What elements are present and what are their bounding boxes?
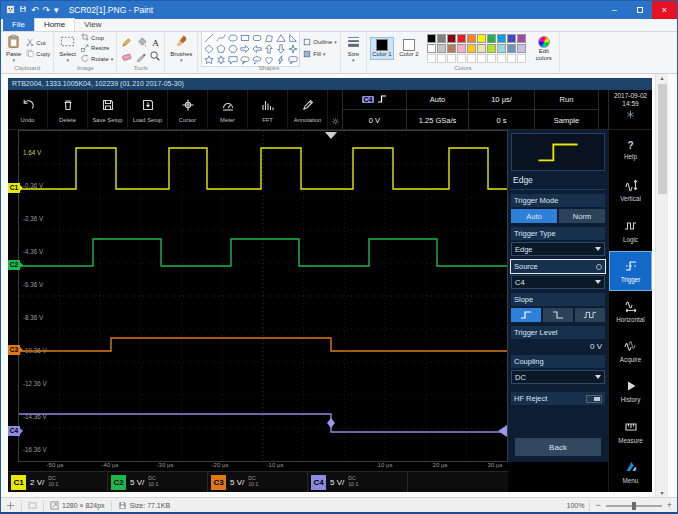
size-button[interactable]: Size ▾: [344, 34, 363, 63]
shape-icon[interactable]: [275, 33, 286, 43]
slope-both-button[interactable]: [575, 308, 605, 322]
empty-color-swatch[interactable]: [477, 54, 486, 63]
brushes-button[interactable]: Brushes ▾: [168, 34, 194, 63]
tab-home[interactable]: Home: [34, 18, 75, 31]
vertical-scrollbar[interactable]: ▴ ▾: [655, 74, 668, 497]
scope-toolbar-save-setup-button[interactable]: Save Setup: [88, 90, 128, 130]
shape-icon[interactable]: [275, 55, 286, 65]
zoom-in-button[interactable]: +: [667, 501, 672, 510]
color-swatch[interactable]: [517, 44, 526, 53]
color-swatch[interactable]: [437, 44, 446, 53]
color-swatch[interactable]: [447, 44, 456, 53]
trigger-source-cell[interactable]: C4: [343, 90, 407, 110]
channel-ground-marker-c3[interactable]: C3: [8, 345, 20, 355]
source-dropdown[interactable]: C4: [511, 275, 605, 289]
empty-color-swatch[interactable]: [437, 54, 446, 63]
shape-icon[interactable]: [203, 33, 214, 43]
paste-button[interactable]: Paste ▾: [4, 34, 23, 63]
scope-toolbar-delete-button[interactable]: Delete: [48, 90, 88, 130]
channel-block-c3[interactable]: C35 V/DC10:1: [208, 472, 308, 492]
slope-falling-button[interactable]: [543, 308, 573, 322]
color-swatch[interactable]: [427, 34, 436, 43]
color-swatch[interactable]: [497, 44, 506, 53]
scope-toolbar-undo-button[interactable]: Undo: [8, 90, 48, 130]
color-swatch[interactable]: [487, 44, 496, 53]
sidebar-item-menu[interactable]: Menu: [609, 452, 652, 492]
zoom-slider[interactable]: [606, 505, 662, 507]
hf-reject-row[interactable]: HF Reject: [511, 392, 605, 405]
qat-dropdown-icon[interactable]: ▾: [54, 6, 59, 15]
shape-icon[interactable]: [263, 33, 274, 43]
empty-color-swatch[interactable]: [517, 54, 526, 63]
outline-button[interactable]: Outline▾: [303, 38, 337, 48]
scope-toolbar-fft-button[interactable]: FFT: [248, 90, 288, 130]
color2-button[interactable]: Color 2: [397, 38, 421, 59]
channel-ground-marker-c1[interactable]: C1: [8, 183, 20, 193]
color-swatch[interactable]: [427, 44, 436, 53]
color-picker-icon[interactable]: [134, 49, 147, 62]
tab-file[interactable]: File: [3, 19, 34, 31]
empty-color-swatch[interactable]: [427, 54, 436, 63]
back-button[interactable]: Back: [515, 438, 601, 456]
color-swatch[interactable]: [457, 34, 466, 43]
shape-icon[interactable]: [203, 55, 214, 65]
trigger-level-status[interactable]: 0 V: [343, 110, 407, 130]
shape-icon[interactable]: [215, 55, 226, 65]
acquisition-mode-status[interactable]: Sample: [535, 110, 599, 130]
color-swatch[interactable]: [467, 34, 476, 43]
trigger-level-value[interactable]: 0 V: [511, 339, 605, 351]
shape-icon[interactable]: [251, 44, 262, 54]
save-icon[interactable]: [19, 5, 27, 15]
shape-icon[interactable]: [263, 44, 274, 54]
trigger-type-dropdown[interactable]: Edge: [511, 242, 605, 256]
shape-icon[interactable]: [239, 33, 250, 43]
gear-icon[interactable]: [328, 90, 342, 129]
sidebar-item-vertical[interactable]: Vertical: [609, 170, 652, 210]
acquisition-state-status[interactable]: Run: [535, 90, 599, 110]
shape-icon[interactable]: [239, 44, 250, 54]
trigger-mode-norm-button[interactable]: Norm: [559, 209, 605, 223]
color-swatch[interactable]: [497, 34, 506, 43]
scrollbar-thumb[interactable]: [658, 84, 667, 194]
rotate-button[interactable]: Rotate▾: [81, 54, 113, 64]
empty-color-swatch[interactable]: [507, 54, 516, 63]
shape-icon[interactable]: [239, 55, 250, 65]
magnifier-icon[interactable]: [148, 49, 161, 62]
sidebar-item-history[interactable]: History: [609, 371, 652, 411]
shape-icon[interactable]: [263, 55, 274, 65]
shape-icon[interactable]: [227, 44, 238, 54]
minimize-button[interactable]: –: [602, 1, 627, 19]
scope-toolbar-load-setup-button[interactable]: Load Setup: [128, 90, 168, 130]
empty-color-swatch[interactable]: [447, 54, 456, 63]
slope-rising-button[interactable]: [511, 308, 541, 322]
tab-view[interactable]: View: [75, 19, 110, 31]
color-swatch[interactable]: [477, 44, 486, 53]
shape-icon[interactable]: [215, 44, 226, 54]
shape-icon[interactable]: [287, 44, 298, 54]
close-button[interactable]: ×: [652, 1, 677, 19]
horizontal-position-status[interactable]: 0 s: [469, 110, 535, 130]
color-swatch[interactable]: [447, 34, 456, 43]
color1-button[interactable]: Color 1: [370, 37, 394, 60]
crop-button[interactable]: Crop: [81, 33, 113, 43]
select-button[interactable]: Select ▾: [57, 34, 78, 63]
coupling-dropdown[interactable]: DC: [511, 370, 605, 384]
scroll-down-icon[interactable]: ▾: [660, 489, 663, 497]
shape-icon[interactable]: [215, 33, 226, 43]
maximize-button[interactable]: [627, 1, 652, 19]
color-swatch[interactable]: [507, 34, 516, 43]
channel-block-c2[interactable]: C25 V/DC10:1: [108, 472, 208, 492]
color-swatch[interactable]: [457, 44, 466, 53]
shape-icon[interactable]: [287, 33, 298, 43]
sidebar-item-measure[interactable]: Measure: [609, 412, 652, 452]
color-swatch[interactable]: [437, 34, 446, 43]
pencil-tool-icon[interactable]: [120, 35, 133, 48]
zoom-out-button[interactable]: −: [595, 501, 600, 510]
channel-ground-marker-c4[interactable]: C4: [8, 426, 20, 436]
color-swatch[interactable]: [467, 44, 476, 53]
sidebar-item-help[interactable]: ?Help: [609, 130, 652, 170]
color-swatch[interactable]: [517, 34, 526, 43]
paint-canvas[interactable]: RTB2004, 1333.1005K04, 102239 (01.210 20…: [1, 74, 677, 497]
scope-toolbar-annotation-button[interactable]: Annotation: [288, 90, 328, 130]
copy-button[interactable]: Copy: [26, 49, 50, 59]
